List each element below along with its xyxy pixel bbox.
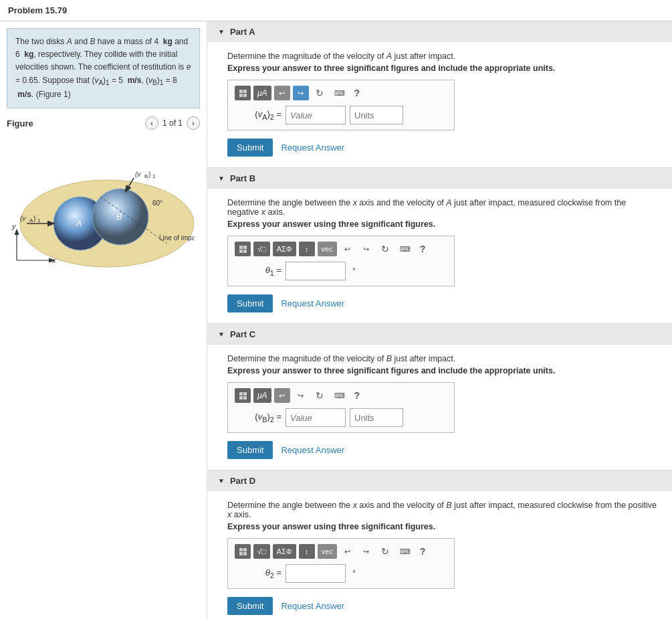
- figure-label-row: Figure ‹ 1 of 1 ›: [7, 116, 200, 130]
- part-d-instruction: Express your answer using three signific…: [227, 522, 659, 531]
- svg-text:): ): [148, 171, 150, 178]
- figure-diagram: A B (v A ) 1 (v B ) 1 60°: [7, 137, 194, 270]
- part-a-header[interactable]: ▼ Part A: [207, 21, 672, 42]
- part-c-help-icon: ?: [354, 390, 360, 401]
- part-b-instruction: Express your answer using three signific…: [227, 219, 659, 229]
- part-c-description: Determine the magnitude of the velocity …: [227, 354, 659, 363]
- part-d-redo-btn[interactable]: ↪: [358, 544, 374, 559]
- part-a-answer-box: μA ↩ ↪ ↻ ⌨ ? (vA)2 =: [227, 80, 455, 130]
- part-a-help-icon: ?: [354, 88, 360, 98]
- part-d-request-answer-link[interactable]: Request Answer: [281, 601, 344, 611]
- part-b-header[interactable]: ▼ Part B: [207, 168, 672, 189]
- part-c-request-answer-link[interactable]: Request Answer: [281, 445, 344, 455]
- part-d-input-label: θ2 =: [235, 567, 282, 580]
- part-d-description: Determine the angle between the x axis a…: [227, 501, 659, 519]
- page-title: Problem 15.79: [0, 0, 672, 21]
- part-c-submit-button[interactable]: Submit: [227, 441, 273, 459]
- part-c-grid-btn[interactable]: [235, 388, 251, 403]
- part-c-keyboard-btn[interactable]: ⌨: [330, 388, 349, 403]
- part-a-input-row: (vA)2 =: [235, 106, 447, 124]
- part-a-refresh-btn[interactable]: ↻: [312, 86, 328, 100]
- part-d-submit-button[interactable]: Submit: [227, 597, 273, 615]
- part-d-header[interactable]: ▼ Part D: [207, 470, 672, 491]
- part-c-content: Determine the magnitude of the velocity …: [207, 345, 672, 470]
- part-c-input-row: (vB)2 =: [235, 408, 447, 427]
- part-a-description: Determine the magnitude of the velocity …: [227, 52, 659, 61]
- part-b-vec-btn[interactable]: vec: [318, 242, 337, 256]
- part-b-refresh-btn[interactable]: ↻: [377, 242, 393, 256]
- part-c-toolbar: μA ↩ ↪ ↻ ⌨ ?: [235, 388, 447, 403]
- part-a-units-input[interactable]: [350, 106, 403, 124]
- part-b-input-label: θ1 =: [235, 265, 282, 277]
- svg-text:A: A: [76, 218, 82, 228]
- part-b-arrow: ▼: [218, 175, 225, 182]
- part-c-redo-btn[interactable]: ↪: [293, 388, 309, 403]
- part-a-submit-button[interactable]: Submit: [227, 139, 273, 157]
- svg-text:1: 1: [37, 217, 41, 224]
- svg-text:y: y: [11, 222, 17, 230]
- part-b-content: Determine the angle between the x axis a…: [207, 189, 672, 323]
- part-d-label: Part D: [230, 476, 255, 486]
- part-c-units-input[interactable]: [350, 408, 403, 427]
- svg-text:): ): [33, 215, 35, 222]
- part-c-mu-btn[interactable]: μA: [253, 388, 271, 403]
- part-a-mu-btn[interactable]: μA: [253, 86, 271, 100]
- part-d-updown-btn[interactable]: ↕: [299, 544, 315, 559]
- part-d-refresh-btn[interactable]: ↻: [377, 544, 393, 559]
- part-d-answer-box: √□ ΑΣΦ ↕ vec ↩ ↪ ↻ ⌨ ? θ2 = °: [227, 538, 455, 589]
- part-a-request-answer-link[interactable]: Request Answer: [281, 143, 344, 153]
- prev-figure-button[interactable]: ‹: [145, 116, 158, 130]
- part-b-alpha-btn[interactable]: ΑΣΦ: [273, 242, 296, 256]
- svg-text:B: B: [144, 173, 148, 179]
- part-c-arrow: ▼: [218, 331, 225, 338]
- part-a-content: Determine the magnitude of the velocity …: [207, 42, 672, 167]
- next-figure-button[interactable]: ›: [187, 116, 200, 130]
- part-a-undo-btn[interactable]: ↩: [274, 86, 290, 100]
- part-b-redo-btn[interactable]: ↪: [358, 242, 374, 256]
- part-a-instruction: Express your answer to three significant…: [227, 64, 659, 73]
- part-b-submit-row: Submit Request Answer: [227, 294, 659, 313]
- part-c-answer-box: μA ↩ ↪ ↻ ⌨ ? (vB)2 =: [227, 382, 455, 433]
- part-c-header[interactable]: ▼ Part C: [207, 324, 672, 345]
- part-d-sqrt-btn[interactable]: √□: [253, 544, 270, 559]
- part-d-submit-row: Submit Request Answer: [227, 597, 659, 615]
- part-c-undo-btn[interactable]: ↩: [274, 388, 290, 403]
- figure-nav: ‹ 1 of 1 ›: [145, 116, 200, 130]
- part-c-refresh-btn[interactable]: ↻: [312, 388, 328, 403]
- part-a-toolbar: μA ↩ ↪ ↻ ⌨ ?: [235, 86, 447, 100]
- svg-text:x: x: [51, 256, 56, 264]
- part-d-help-icon: ?: [420, 546, 426, 557]
- part-b-sqrt-btn[interactable]: √□: [253, 242, 270, 256]
- part-b-undo-btn[interactable]: ↩: [340, 242, 356, 256]
- part-a-value-input[interactable]: [286, 106, 346, 124]
- svg-text:(v: (v: [20, 215, 26, 222]
- part-b-updown-btn[interactable]: ↕: [299, 242, 315, 256]
- part-b-angle-input[interactable]: [286, 262, 346, 280]
- part-d-content: Determine the angle between the x axis a…: [207, 491, 672, 619]
- part-b-request-answer-link[interactable]: Request Answer: [281, 298, 344, 308]
- part-a-keyboard-btn[interactable]: ⌨: [330, 86, 349, 100]
- part-d-grid-btn[interactable]: [235, 544, 251, 559]
- part-d-angle-input[interactable]: [286, 564, 346, 583]
- part-d-undo-btn[interactable]: ↩: [340, 544, 356, 559]
- problem-description: The two disks A and B have a mass of 4 k…: [7, 28, 200, 108]
- part-a-section: ▼ Part A Determine the magnitude of the …: [207, 21, 672, 168]
- part-b-grid-btn[interactable]: [235, 242, 251, 256]
- svg-text:(v: (v: [135, 171, 141, 178]
- part-d-keyboard-btn[interactable]: ⌨: [396, 544, 415, 559]
- part-c-value-input[interactable]: [286, 408, 346, 427]
- part-b-help-icon: ?: [420, 244, 426, 254]
- part-b-keyboard-btn[interactable]: ⌨: [396, 242, 415, 256]
- part-c-section: ▼ Part C Determine the magnitude of the …: [207, 324, 672, 470]
- part-a-redo-btn[interactable]: ↪: [293, 86, 309, 100]
- part-b-submit-button[interactable]: Submit: [227, 294, 273, 313]
- part-d-arrow: ▼: [218, 477, 225, 484]
- part-a-grid-btn[interactable]: [235, 86, 251, 100]
- part-d-vec-btn[interactable]: vec: [318, 544, 337, 559]
- part-c-label: Part C: [230, 329, 255, 339]
- part-b-input-row: θ1 = °: [235, 262, 447, 280]
- part-a-input-label: (vA)2 =: [235, 109, 282, 121]
- figure-page: 1 of 1: [162, 118, 183, 128]
- svg-text:B: B: [116, 211, 122, 222]
- part-d-alpha-btn[interactable]: ΑΣΦ: [273, 544, 296, 559]
